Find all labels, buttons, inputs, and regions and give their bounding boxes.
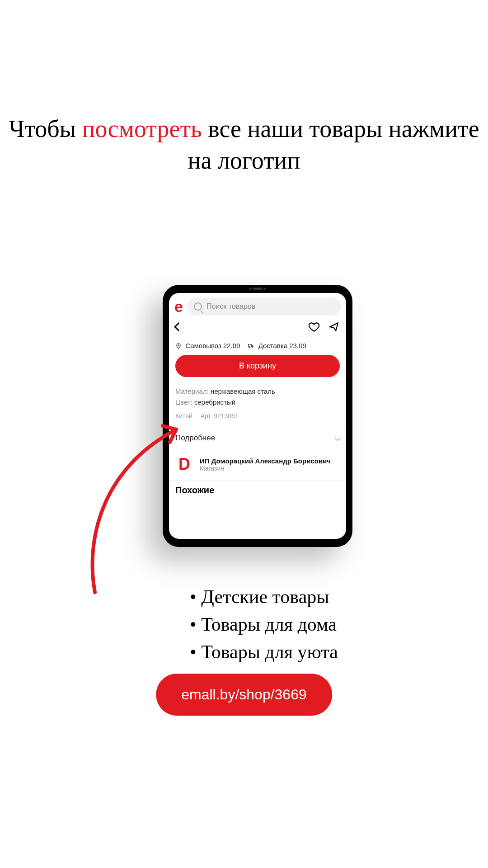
seller-subtitle: Магазин bbox=[200, 465, 331, 472]
spec-material-value: нержавеющая сталь bbox=[211, 387, 275, 395]
seller-logo[interactable]: D bbox=[175, 455, 193, 474]
headline-accent: посмотреть bbox=[82, 115, 202, 142]
truck-icon bbox=[247, 343, 254, 349]
category-item: Товары для уюта bbox=[190, 638, 338, 666]
add-to-cart-button[interactable]: В корзину bbox=[175, 355, 340, 377]
category-list: Детские товары Товары для дома Товары дл… bbox=[190, 583, 338, 666]
nav-row bbox=[169, 319, 346, 337]
seller-name: ИП Доморацкий Александр Борисович bbox=[200, 457, 331, 465]
favorite-icon[interactable] bbox=[308, 321, 320, 333]
shop-url-button[interactable]: emall.by/shop/3669 bbox=[156, 674, 332, 716]
top-bar: e Поиск товаров bbox=[169, 293, 346, 319]
search-placeholder: Поиск товаров bbox=[206, 302, 255, 311]
search-icon bbox=[194, 302, 202, 311]
tablet-screen: e Поиск товаров Самовывоз 22.09 Доставка… bbox=[169, 293, 346, 539]
more-details-label: Подробнее bbox=[175, 434, 215, 443]
spec-color-label: Цвет: bbox=[175, 398, 192, 406]
spec-material-label: Материал: bbox=[175, 387, 209, 395]
article-number: Арт. 9213061 bbox=[201, 412, 239, 420]
share-icon[interactable] bbox=[328, 321, 340, 333]
product-specs: Материал: нержавеющая сталь Цвет: серебр… bbox=[169, 384, 346, 412]
tablet-frame: e Поиск товаров Самовывоз 22.09 Доставка… bbox=[163, 285, 352, 547]
headline-post: все наши товары нажмите на логотип bbox=[188, 115, 479, 174]
category-item: Детские товары bbox=[190, 583, 338, 611]
country: Китай bbox=[175, 412, 192, 420]
delivery-info: Самовывоз 22.09 Доставка 23.09 bbox=[169, 337, 346, 355]
location-icon bbox=[175, 343, 182, 349]
spec-color-value: серебристый bbox=[194, 398, 235, 406]
pickup-info: Самовывоз 22.09 bbox=[175, 342, 240, 349]
app-logo[interactable]: e bbox=[174, 299, 183, 314]
headline: Чтобы посмотреть все наши товары нажмите… bbox=[0, 113, 488, 176]
back-icon[interactable] bbox=[174, 322, 183, 331]
delivery-text: Доставка 23.09 bbox=[247, 342, 306, 349]
tablet-notch bbox=[242, 286, 273, 291]
search-input[interactable]: Поиск товаров bbox=[188, 297, 341, 316]
chevron-down-icon bbox=[334, 435, 341, 441]
similar-heading: Похожие bbox=[169, 481, 346, 500]
svg-point-0 bbox=[178, 345, 179, 346]
headline-pre: Чтобы bbox=[9, 115, 82, 142]
product-meta: Китай Арт. 9213061 bbox=[169, 412, 346, 426]
more-details-row[interactable]: Подробнее bbox=[169, 426, 346, 450]
seller-row[interactable]: D ИП Доморацкий Александр Борисович Мага… bbox=[169, 450, 346, 480]
category-item: Товары для дома bbox=[190, 611, 338, 638]
